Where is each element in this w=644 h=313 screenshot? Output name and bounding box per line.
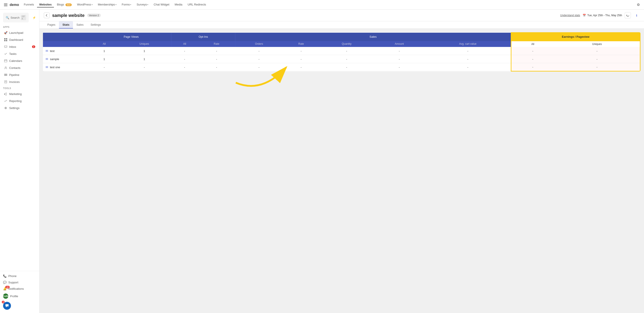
th-sub-avg-cart[interactable]: Avg. cart value — [425, 41, 511, 47]
tools-section-label: Tools — [0, 85, 39, 90]
nav-websites[interactable]: Websites — [37, 2, 54, 8]
row-oi-all: - — [171, 47, 198, 55]
sidebar-item-label: Pipeline — [9, 73, 19, 77]
name-inner: ✉ test one — [46, 65, 90, 69]
sidebar-item-pipeline[interactable]: Pipeline — [1, 72, 38, 78]
sidebar-item-calendars[interactable]: Calendars — [1, 58, 38, 64]
info-button[interactable]: ℹ — [634, 12, 640, 19]
launchpad-icon: 🚀 — [4, 31, 8, 35]
row-name: test one — [50, 66, 60, 69]
contacts-icon — [4, 66, 8, 70]
back-button[interactable] — [44, 13, 50, 18]
sidebar-notifications[interactable]: 🔔 10 Notifications — [0, 285, 39, 292]
name-inner: ✉ test — [46, 49, 90, 53]
tasks-icon — [4, 52, 8, 56]
tab-sales[interactable]: Sales — [73, 21, 87, 29]
envelope-icon: ✉ — [46, 57, 48, 61]
sidebar-support[interactable]: 💬 Support — [0, 279, 39, 285]
th-sub-pv-uniq[interactable]: Uniques — [117, 41, 171, 47]
hamburger-button[interactable] — [3, 2, 9, 8]
row-oi-all: - — [171, 63, 198, 71]
sidebar-phone[interactable]: 📞 Phone — [0, 273, 39, 279]
sidebar-item-settings[interactable]: ⚙ Settings — [1, 105, 38, 111]
row-pv-uniq: 1 — [117, 47, 171, 55]
nav-surveys[interactable]: Surveys ▾ — [134, 2, 150, 8]
settings-gear-icon[interactable]: ⚙ — [635, 2, 641, 8]
row-qty: - — [320, 55, 374, 63]
refresh-button[interactable] — [625, 12, 631, 19]
chat-bubble-button[interactable]: 4 — [0, 300, 39, 311]
stats-area: Page Views Opt-Ins Sales Earnings / Page… — [40, 29, 644, 313]
row-name: test — [50, 49, 54, 53]
sidebar-item-marketing[interactable]: Marketing — [1, 91, 38, 97]
notifications-badge: 10 — [5, 286, 10, 288]
row-oi-rate: - — [198, 47, 235, 55]
notifications-label: Notifications — [8, 287, 24, 290]
search-icon: 🔍 — [6, 16, 9, 19]
sidebar-item-tasks[interactable]: Tasks — [1, 51, 38, 57]
sidebar-item-dashboard[interactable]: Dashboard — [1, 37, 38, 43]
table-row: ✉ sample 1 1 - - - - - - — [43, 55, 640, 63]
row-avg-cart: - — [425, 63, 511, 71]
row-pv-uniq: 1 — [117, 55, 171, 63]
th-sub-pv-all[interactable]: All — [91, 41, 117, 47]
nav-forms[interactable]: Forms ▾ — [120, 2, 134, 8]
search-shortcut: ctrl K — [21, 15, 26, 20]
row-qty: - — [320, 47, 374, 55]
sidebar-profile[interactable]: Profile Profile — [0, 292, 39, 300]
calendar-icon: 📅 — [583, 14, 586, 17]
row-avg-cart: - — [425, 55, 511, 63]
sidebar-item-invoices[interactable]: Invoices — [1, 79, 38, 85]
understand-stats-link[interactable]: Understand stats — [560, 14, 580, 17]
row-oi-rate: - — [198, 55, 235, 63]
th-sub-oi-all[interactable]: All — [171, 41, 198, 47]
support-label: Support — [8, 281, 18, 284]
th-sub-s-rate[interactable]: Rate — [283, 41, 320, 47]
th-sub-orders[interactable]: Orders — [235, 41, 283, 47]
row-qty: - — [320, 63, 374, 71]
row-name: sample — [50, 58, 59, 61]
phone-label: Phone — [8, 274, 17, 278]
nav-memberships[interactable]: Memberships ▾ — [96, 2, 119, 8]
sidebar-item-launchpad[interactable]: 🚀 Launchpad — [1, 29, 38, 36]
th-sub-earn-uniq[interactable]: Uniques — [554, 41, 640, 47]
nav-blogs[interactable]: Blogs New — [55, 2, 74, 8]
surveys-dropdown-arrow: ▾ — [147, 4, 148, 6]
sidebar-item-reporting[interactable]: Reporting — [1, 98, 38, 104]
support-icon: 💬 — [3, 281, 6, 284]
row-pv-all: - — [91, 63, 117, 71]
inbox-badge: 1 — [32, 45, 35, 48]
version-badge: Version 2 — [87, 14, 101, 17]
sidebar-item-inbox[interactable]: Inbox 1 — [1, 44, 38, 50]
sidebar-item-contacts[interactable]: Contacts — [1, 65, 38, 71]
row-orders: - — [235, 63, 283, 71]
search-label: Search — [10, 16, 20, 19]
tab-settings[interactable]: Settings — [87, 21, 104, 29]
th-sub-amount[interactable]: Amount — [374, 41, 425, 47]
sidebar-item-label: Invoices — [9, 80, 20, 84]
th-sales: Sales — [235, 33, 511, 41]
sidebar: 🔍 Search ctrl K ⚡ Apps 🚀 Launchpad Dashb… — [0, 10, 40, 313]
sidebar-search[interactable]: 🔍 Search ctrl K — [3, 13, 29, 22]
nav-media[interactable]: Media — [172, 2, 184, 8]
tab-pages[interactable]: Pages — [44, 21, 59, 29]
nav-url-redirects[interactable]: URL Redirects — [186, 2, 208, 8]
th-name-empty — [43, 33, 91, 41]
pipeline-icon — [4, 73, 8, 77]
table-row: ✉ test one - - - - - - - - — [43, 63, 640, 71]
nav-chat-widget[interactable]: Chat Widget — [152, 2, 172, 8]
th-sub-qty[interactable]: Quantity — [320, 41, 374, 47]
nav-funnels[interactable]: Funnels — [22, 2, 36, 8]
row-earn-uniq: - — [554, 47, 640, 55]
table-row: ✉ test 1 1 - - - - - - - — [43, 47, 640, 55]
sidebar-item-label: Launchpad — [9, 31, 23, 35]
svg-rect-2 — [4, 6, 8, 6]
sidebar-item-label: Tasks — [9, 52, 16, 56]
th-sub-oi-rate[interactable]: Rate — [198, 41, 235, 47]
row-amount: - — [374, 63, 425, 71]
svg-rect-1 — [4, 5, 8, 5]
nav-wordpress[interactable]: WordPress ▾ — [75, 2, 95, 8]
tab-stats[interactable]: Stats — [59, 21, 73, 29]
lightning-icon[interactable]: ⚡ — [31, 15, 37, 21]
th-sub-earn-all[interactable]: All — [511, 41, 554, 47]
